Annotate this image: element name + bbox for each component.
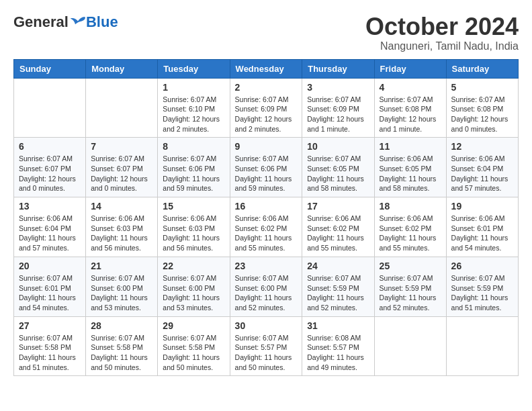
- calendar-cell: 30Sunrise: 6:07 AMSunset: 5:57 PMDayligh…: [230, 316, 302, 376]
- day-number: 15: [163, 201, 224, 212]
- cell-content: Sunrise: 6:07 AMSunset: 6:10 PMDaylight:…: [163, 95, 224, 134]
- weekday-header-saturday: Saturday: [446, 59, 518, 78]
- calendar-cell: 28Sunrise: 6:07 AMSunset: 5:58 PMDayligh…: [86, 316, 158, 376]
- day-number: 20: [19, 261, 81, 271]
- cell-content: Sunrise: 6:06 AMSunset: 6:03 PMDaylight:…: [91, 214, 152, 253]
- calendar-cell: 31Sunrise: 6:08 AMSunset: 5:57 PMDayligh…: [302, 316, 374, 376]
- calendar-cell: 17Sunrise: 6:06 AMSunset: 6:02 PMDayligh…: [302, 197, 374, 257]
- cell-content: Sunrise: 6:07 AMSunset: 5:59 PMDaylight:…: [451, 273, 513, 313]
- calendar-cell: 11Sunrise: 6:06 AMSunset: 6:05 PMDayligh…: [374, 138, 446, 197]
- weekday-header-tuesday: Tuesday: [158, 59, 230, 78]
- day-number: 12: [451, 141, 513, 152]
- calendar-cell: 7Sunrise: 6:07 AMSunset: 6:07 PMDaylight…: [86, 138, 158, 197]
- title-section: October 2024 Nanguneri, Tamil Nadu, Indi…: [365, 13, 519, 52]
- day-number: 17: [307, 201, 369, 212]
- calendar-cell: 1Sunrise: 6:07 AMSunset: 6:10 PMDaylight…: [158, 78, 230, 138]
- day-number: 1: [163, 82, 224, 93]
- cell-content: Sunrise: 6:07 AMSunset: 6:00 PMDaylight:…: [163, 273, 224, 313]
- cell-content: Sunrise: 6:07 AMSunset: 6:06 PMDaylight:…: [235, 154, 298, 193]
- day-number: 14: [91, 201, 152, 212]
- calendar-week-row: 1Sunrise: 6:07 AMSunset: 6:10 PMDaylight…: [14, 78, 519, 138]
- logo: General Blue: [13, 13, 118, 31]
- day-number: 27: [19, 320, 81, 331]
- cell-content: Sunrise: 6:07 AMSunset: 5:57 PMDaylight:…: [235, 333, 298, 373]
- calendar-cell: [14, 78, 86, 138]
- cell-content: Sunrise: 6:07 AMSunset: 5:59 PMDaylight:…: [380, 273, 441, 313]
- calendar-cell: 29Sunrise: 6:07 AMSunset: 5:58 PMDayligh…: [158, 316, 230, 376]
- cell-content: Sunrise: 6:06 AMSunset: 6:02 PMDaylight:…: [380, 214, 441, 253]
- calendar-week-row: 27Sunrise: 6:07 AMSunset: 5:58 PMDayligh…: [14, 316, 519, 376]
- calendar-cell: 13Sunrise: 6:06 AMSunset: 6:04 PMDayligh…: [14, 197, 86, 257]
- day-number: 29: [163, 320, 224, 331]
- weekday-header-wednesday: Wednesday: [230, 59, 302, 78]
- calendar-cell: 26Sunrise: 6:07 AMSunset: 5:59 PMDayligh…: [446, 257, 518, 316]
- cell-content: Sunrise: 6:07 AMSunset: 6:00 PMDaylight:…: [91, 273, 152, 313]
- logo-general: General: [13, 13, 69, 31]
- day-number: 24: [307, 261, 369, 271]
- cell-content: Sunrise: 6:07 AMSunset: 6:07 PMDaylight:…: [19, 154, 81, 193]
- calendar-cell: 19Sunrise: 6:06 AMSunset: 6:01 PMDayligh…: [446, 197, 518, 257]
- calendar-cell: 10Sunrise: 6:07 AMSunset: 6:05 PMDayligh…: [302, 138, 374, 197]
- cell-content: Sunrise: 6:06 AMSunset: 6:04 PMDaylight:…: [19, 214, 81, 253]
- weekday-header-sunday: Sunday: [14, 59, 86, 78]
- day-number: 6: [19, 141, 81, 152]
- cell-content: Sunrise: 6:07 AMSunset: 6:06 PMDaylight:…: [163, 154, 224, 193]
- day-number: 7: [91, 141, 152, 152]
- cell-content: Sunrise: 6:07 AMSunset: 6:08 PMDaylight:…: [380, 95, 441, 134]
- calendar-table: SundayMondayTuesdayWednesdayThursdayFrid…: [13, 59, 519, 377]
- day-number: 3: [307, 82, 369, 93]
- calendar-week-row: 13Sunrise: 6:06 AMSunset: 6:04 PMDayligh…: [14, 197, 519, 257]
- weekday-header-row: SundayMondayTuesdayWednesdayThursdayFrid…: [14, 59, 519, 78]
- weekday-header-friday: Friday: [374, 59, 446, 78]
- calendar-cell: 5Sunrise: 6:07 AMSunset: 6:08 PMDaylight…: [446, 78, 518, 138]
- day-number: 10: [307, 141, 369, 152]
- day-number: 19: [451, 201, 513, 212]
- calendar-cell: [446, 316, 518, 376]
- day-number: 23: [235, 261, 298, 271]
- calendar-cell: 14Sunrise: 6:06 AMSunset: 6:03 PMDayligh…: [86, 197, 158, 257]
- cell-content: Sunrise: 6:06 AMSunset: 6:01 PMDaylight:…: [451, 214, 513, 253]
- day-number: 2: [235, 82, 298, 93]
- day-number: 5: [451, 82, 513, 93]
- calendar-cell: 25Sunrise: 6:07 AMSunset: 5:59 PMDayligh…: [374, 257, 446, 316]
- day-number: 13: [19, 201, 81, 212]
- cell-content: Sunrise: 6:07 AMSunset: 6:09 PMDaylight:…: [307, 95, 369, 134]
- cell-content: Sunrise: 6:07 AMSunset: 5:58 PMDaylight:…: [91, 333, 152, 373]
- month-title: October 2024: [365, 13, 519, 40]
- calendar-week-row: 6Sunrise: 6:07 AMSunset: 6:07 PMDaylight…: [14, 138, 519, 197]
- cell-content: Sunrise: 6:07 AMSunset: 6:01 PMDaylight:…: [19, 273, 81, 313]
- day-number: 4: [380, 82, 441, 93]
- calendar-cell: [86, 78, 158, 138]
- calendar-cell: 8Sunrise: 6:07 AMSunset: 6:06 PMDaylight…: [158, 138, 230, 197]
- cell-content: Sunrise: 6:06 AMSunset: 6:05 PMDaylight:…: [380, 154, 441, 193]
- page-header: General Blue October 2024 Nanguneri, Tam…: [13, 13, 519, 52]
- cell-content: Sunrise: 6:07 AMSunset: 6:08 PMDaylight:…: [451, 95, 513, 134]
- calendar-cell: 3Sunrise: 6:07 AMSunset: 6:09 PMDaylight…: [302, 78, 374, 138]
- weekday-header-monday: Monday: [86, 59, 158, 78]
- weekday-header-thursday: Thursday: [302, 59, 374, 78]
- calendar-cell: 9Sunrise: 6:07 AMSunset: 6:06 PMDaylight…: [230, 138, 302, 197]
- day-number: 30: [235, 320, 298, 331]
- day-number: 22: [163, 261, 224, 271]
- day-number: 31: [307, 320, 369, 331]
- calendar-cell: 22Sunrise: 6:07 AMSunset: 6:00 PMDayligh…: [158, 257, 230, 316]
- calendar-cell: 6Sunrise: 6:07 AMSunset: 6:07 PMDaylight…: [14, 138, 86, 197]
- cell-content: Sunrise: 6:08 AMSunset: 5:57 PMDaylight:…: [307, 333, 369, 373]
- calendar-cell: [374, 316, 446, 376]
- cell-content: Sunrise: 6:06 AMSunset: 6:02 PMDaylight:…: [235, 214, 298, 253]
- calendar-cell: 12Sunrise: 6:06 AMSunset: 6:04 PMDayligh…: [446, 138, 518, 197]
- calendar-cell: 21Sunrise: 6:07 AMSunset: 6:00 PMDayligh…: [86, 257, 158, 316]
- cell-content: Sunrise: 6:07 AMSunset: 6:07 PMDaylight:…: [91, 154, 152, 193]
- cell-content: Sunrise: 6:07 AMSunset: 5:59 PMDaylight:…: [307, 273, 369, 313]
- cell-content: Sunrise: 6:07 AMSunset: 6:05 PMDaylight:…: [307, 154, 369, 193]
- logo-bird-icon: [70, 15, 86, 29]
- calendar-cell: 15Sunrise: 6:06 AMSunset: 6:03 PMDayligh…: [158, 197, 230, 257]
- day-number: 8: [163, 141, 224, 152]
- calendar-cell: 27Sunrise: 6:07 AMSunset: 5:58 PMDayligh…: [14, 316, 86, 376]
- day-number: 21: [91, 261, 152, 271]
- day-number: 25: [380, 261, 441, 271]
- cell-content: Sunrise: 6:06 AMSunset: 6:04 PMDaylight:…: [451, 154, 513, 193]
- calendar-cell: 18Sunrise: 6:06 AMSunset: 6:02 PMDayligh…: [374, 197, 446, 257]
- day-number: 18: [380, 201, 441, 212]
- cell-content: Sunrise: 6:06 AMSunset: 6:03 PMDaylight:…: [163, 214, 224, 253]
